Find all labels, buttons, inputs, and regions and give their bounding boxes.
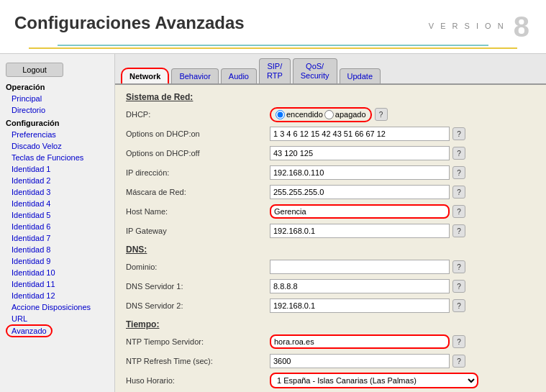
tab-sip-rtp[interactable]: SIP/RTP [259, 58, 291, 83]
configuracion-section: Configuración [0, 116, 114, 129]
sidebar-item-id8[interactable]: Identidad 8 [0, 244, 114, 255]
options-dhcp-on-row: Options on DHCP:on ? [126, 126, 535, 142]
content-area: Network Behavior Audio SIP/RTP QoS/Secur… [115, 54, 546, 392]
dhcp-control: encendido apagado ? [270, 107, 535, 122]
options-dhcp-on-input[interactable] [270, 127, 450, 141]
ntp-refresh-input[interactable] [270, 354, 450, 368]
main-layout: Logout Operación Principal Directorio Co… [0, 54, 546, 392]
dhcp-label: DHCP: [126, 110, 270, 119]
logout-button[interactable]: Logout [6, 63, 63, 77]
ip-gateway-input[interactable] [270, 224, 450, 238]
host-name-control: ? [270, 204, 535, 219]
ntp-refresh-help[interactable]: ? [452, 355, 465, 368]
dns2-help[interactable]: ? [452, 299, 465, 312]
sidebar-item-url[interactable]: URL [0, 313, 114, 324]
sidebar-item-discado[interactable]: Discado Veloz [0, 140, 114, 152]
sidebar-item-id11[interactable]: Identidad 11 [0, 278, 114, 290]
ip-gateway-row: IP Gateway ? [126, 223, 535, 239]
tab-audio[interactable]: Audio [221, 68, 257, 83]
dhcp-on-label: encendido [286, 110, 323, 119]
form-area: Sistema de Red: DHCP: encendido apagado … [115, 85, 546, 392]
mascara-input[interactable] [270, 185, 450, 199]
sidebar-item-avanzado[interactable]: Avanzado [6, 324, 53, 337]
sidebar-item-id7[interactable]: Identidad 7 [0, 232, 114, 244]
tab-behavior[interactable]: Behavior [171, 68, 218, 83]
dhcp-help-button[interactable]: ? [375, 108, 388, 121]
dominio-help[interactable]: ? [452, 260, 465, 273]
tab-update[interactable]: Update [340, 68, 381, 83]
ip-gateway-label: IP Gateway [126, 227, 270, 235]
sidebar-item-id3[interactable]: Identidad 3 [0, 186, 114, 198]
sidebar-item-teclas[interactable]: Teclas de Funciones [0, 152, 114, 163]
dns2-control: ? [270, 298, 535, 313]
huso-horario-control: 1 España - Islas Canarias (Las Palmas) [270, 373, 535, 388]
dns2-input[interactable] [270, 298, 450, 313]
dns2-label: DNS Servidor 2: [126, 301, 270, 310]
ip-gateway-control: ? [270, 224, 535, 238]
sidebar-item-principal[interactable]: Principal [0, 93, 114, 104]
ip-dir-help[interactable]: ? [452, 166, 465, 179]
ntp-servidor-help[interactable]: ? [452, 335, 465, 348]
operacion-section: Operación [0, 80, 114, 93]
dns1-control: ? [270, 279, 535, 293]
huso-horario-label: Huso Horario: [126, 376, 270, 385]
ntp-servidor-row: NTP Tiempo Servidor: ? [126, 334, 535, 350]
sidebar: Logout Operación Principal Directorio Co… [0, 54, 115, 392]
tabs-bar: Network Behavior Audio SIP/RTP QoS/Secur… [115, 54, 546, 85]
dns-title: DNS: [126, 245, 535, 255]
options-dhcp-on-help[interactable]: ? [452, 127, 465, 140]
sidebar-item-id12[interactable]: Identidad 12 [0, 290, 114, 301]
sidebar-item-id2[interactable]: Identidad 2 [0, 175, 114, 186]
ntp-refresh-control: ? [270, 354, 535, 368]
huso-horario-row: Huso Horario: 1 España - Islas Canarias … [126, 373, 535, 388]
dhcp-on-radio[interactable] [276, 110, 285, 119]
dns2-row: DNS Servidor 2: ? [126, 298, 535, 314]
dominio-row: Dominio: ? [126, 259, 535, 275]
sidebar-item-directorio[interactable]: Directorio [0, 104, 114, 116]
host-name-help[interactable]: ? [452, 205, 465, 218]
sidebar-item-id1[interactable]: Identidad 1 [0, 163, 114, 175]
ntp-servidor-input[interactable] [270, 334, 450, 349]
dhcp-radio-group: encendido apagado [270, 107, 372, 122]
dhcp-off-radio[interactable] [324, 110, 334, 119]
sidebar-item-id10[interactable]: Identidad 10 [0, 267, 114, 278]
options-dhcp-on-label: Options on DHCP:on [126, 129, 270, 138]
header-decoration [0, 45, 546, 53]
dns1-input[interactable] [270, 279, 450, 293]
mascara-label: Máscara de Red: [126, 188, 270, 196]
ntp-servidor-label: NTP Tiempo Servidor: [126, 337, 270, 346]
dns1-help[interactable]: ? [452, 280, 465, 293]
dhcp-off-label: apagado [335, 110, 366, 119]
options-dhcp-off-row: Options on DHCP:off ? [126, 145, 535, 161]
sidebar-item-preferencias[interactable]: Preferencias [0, 129, 114, 140]
ip-gateway-help[interactable]: ? [452, 224, 465, 237]
ip-dir-row: IP dirección: ? [126, 165, 535, 181]
options-dhcp-off-input[interactable] [270, 146, 450, 160]
host-name-input[interactable] [270, 204, 450, 219]
options-dhcp-off-help[interactable]: ? [452, 147, 465, 160]
huso-horario-select[interactable]: 1 España - Islas Canarias (Las Palmas) [270, 373, 478, 388]
ntp-servidor-control: ? [270, 334, 535, 349]
version-badge: V E R S I O N 8 [429, 11, 532, 43]
sidebar-item-id9[interactable]: Identidad 9 [0, 255, 114, 267]
tab-qos-security[interactable]: QoS/Security [293, 58, 337, 83]
sidebar-item-acciones[interactable]: Accione Disposiciones [0, 301, 114, 313]
host-name-label: Host Name: [126, 207, 270, 216]
tiempo-title: Tiempo: [126, 319, 535, 329]
ip-dir-input[interactable] [270, 165, 450, 180]
sidebar-item-id4[interactable]: Identidad 4 [0, 198, 114, 209]
sidebar-item-id5[interactable]: Identidad 5 [0, 209, 114, 221]
dominio-label: Dominio: [126, 263, 270, 271]
tab-network[interactable]: Network [121, 68, 169, 83]
host-name-row: Host Name: ? [126, 204, 535, 219]
options-dhcp-off-control: ? [270, 146, 535, 160]
ntp-refresh-row: NTP Refresh Time (sec): ? [126, 353, 535, 369]
dns1-label: DNS Servidor 1: [126, 282, 270, 291]
dominio-control: ? [270, 260, 535, 274]
mascara-help[interactable]: ? [452, 186, 465, 199]
ip-dir-control: ? [270, 165, 535, 180]
options-dhcp-off-label: Options on DHCP:off [126, 149, 270, 158]
dns1-row: DNS Servidor 1: ? [126, 278, 535, 294]
dominio-input[interactable] [270, 260, 450, 274]
sidebar-item-id6[interactable]: Identidad 6 [0, 221, 114, 232]
